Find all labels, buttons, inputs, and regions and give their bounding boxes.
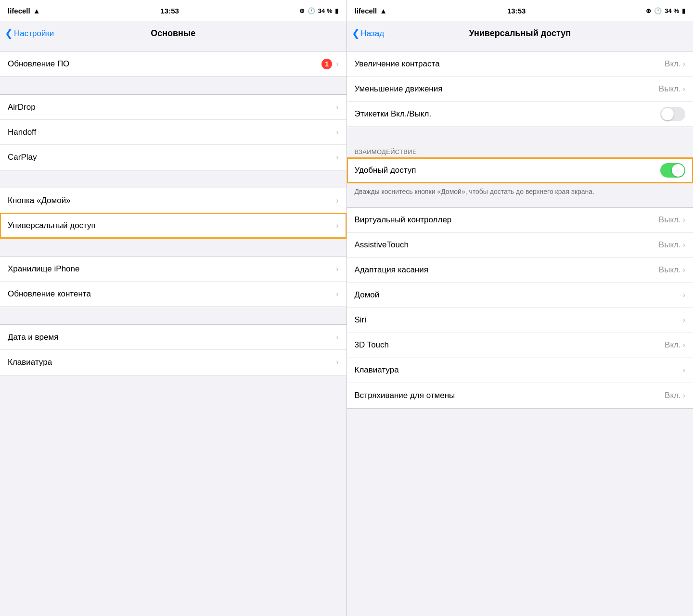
assistive-touch-chevron-icon: › <box>683 241 685 249</box>
reachability-toggle[interactable] <box>660 163 685 178</box>
airdrop-chevron-icon: › <box>336 103 338 112</box>
shake-undo-item[interactable]: Встряхивание для отмены Вкл. › <box>347 383 693 408</box>
datetime-item[interactable]: Дата и время › <box>0 325 346 350</box>
storage-item[interactable]: Хранилище iPhone › <box>0 257 346 282</box>
airdrop-label: AirDrop <box>8 103 336 112</box>
siri-chevron-icon: › <box>683 316 685 324</box>
assistive-touch-value: Выкл. <box>659 240 681 250</box>
virtual-controller-label: Виртуальный контроллер <box>355 215 659 225</box>
shake-undo-label: Встряхивание для отмены <box>355 391 665 400</box>
assistive-touch-item[interactable]: AssistiveTouch Выкл. › <box>347 233 693 258</box>
keyboard-chevron-icon: › <box>336 358 338 367</box>
right-carrier: lifecell <box>355 7 377 15</box>
keyboard-label: Клавиатура <box>8 358 336 367</box>
right-wifi-icon: ▲ <box>380 7 387 15</box>
3d-touch-label: 3D Touch <box>355 340 665 350</box>
content-update-label: Обновление контента <box>8 289 336 299</box>
right-status-right: ⊕ 🕐 34 % ▮ <box>646 7 685 14</box>
group-system: Дата и время › Клавиатура › <box>0 324 346 375</box>
reduce-motion-chevron-icon: › <box>683 85 685 93</box>
siri-item[interactable]: Siri › <box>347 308 693 333</box>
keyboard-right-item[interactable]: Клавиатура › <box>347 358 693 383</box>
increase-contrast-value: Вкл. <box>665 59 681 69</box>
right-status-left: lifecell ▲ <box>355 7 387 15</box>
right-panel: lifecell ▲ 13:53 ⊕ 🕐 34 % ▮ ❮ Назад Унив… <box>347 0 693 616</box>
storage-label: Хранилище iPhone <box>8 264 336 274</box>
right-gap-bottom <box>347 409 693 426</box>
group-hardware: Кнопка «Домой» › Универсальный доступ › <box>0 188 346 239</box>
group-display: Увеличение контраста Вкл. › Уменьшение д… <box>347 51 693 127</box>
3d-touch-value: Вкл. <box>665 340 681 350</box>
left-alarm-icon: 🕐 <box>308 7 315 14</box>
home-right-label: Домой <box>355 290 683 300</box>
shake-undo-value: Вкл. <box>665 391 681 400</box>
right-back-chevron-icon: ❮ <box>352 28 360 38</box>
interaction-section-header: ВЗАИМОДЕЙСТВИЕ <box>347 144 693 157</box>
gap-2 <box>0 77 346 94</box>
group-storage: Хранилище iPhone › Обновление контента › <box>0 256 346 307</box>
left-status-bar: lifecell ▲ 13:53 ⊕ 🕐 34 % ▮ <box>0 0 346 21</box>
right-alarm-icon: 🕐 <box>654 7 662 14</box>
content-update-item[interactable]: Обновление контента › <box>0 282 346 307</box>
virtual-controller-item[interactable]: Виртуальный контроллер Выкл. › <box>347 208 693 233</box>
gap-bottom <box>0 375 346 393</box>
shake-undo-chevron-icon: › <box>683 391 685 400</box>
keyboard-right-label: Клавиатура <box>355 365 683 375</box>
reduce-motion-label: Уменьшение движения <box>355 84 659 94</box>
left-battery: 34 % <box>318 7 333 14</box>
handoff-chevron-icon: › <box>336 128 338 137</box>
left-back-chevron-icon: ❮ <box>5 28 13 38</box>
carplay-item[interactable]: CarPlay › <box>0 145 346 170</box>
left-nav-bar: ❮ Настройки Основные <box>0 21 346 46</box>
reachability-label: Удобный доступ <box>355 166 661 175</box>
left-status-left: lifecell ▲ <box>8 7 40 15</box>
right-back-label: Назад <box>361 29 385 38</box>
home-right-item[interactable]: Домой › <box>347 283 693 308</box>
right-gap-1 <box>347 46 693 51</box>
increase-contrast-item[interactable]: Увеличение контраста Вкл. › <box>347 51 693 77</box>
group-connectivity: AirDrop › Handoff › CarPlay › <box>0 94 346 170</box>
right-gap-3 <box>347 203 693 207</box>
right-time: 13:53 <box>507 7 526 15</box>
labels-toggle[interactable] <box>660 107 685 121</box>
keyboard-item[interactable]: Клавиатура › <box>0 350 346 375</box>
software-update-badge: 1 <box>321 59 332 69</box>
left-settings-list: Обновление ПО 1 › AirDrop › Handoff › Ca… <box>0 46 346 616</box>
right-location-icon: ⊕ <box>646 7 651 14</box>
labels-toggle-thumb <box>661 108 674 120</box>
storage-chevron-icon: › <box>336 265 338 273</box>
reachability-item[interactable]: Удобный доступ <box>347 158 693 183</box>
left-back-label: Настройки <box>14 29 54 38</box>
right-settings-list: Увеличение контраста Вкл. › Уменьшение д… <box>347 46 693 616</box>
accessibility-item[interactable]: Универсальный доступ › <box>0 213 346 238</box>
virtual-controller-chevron-icon: › <box>683 216 685 224</box>
airdrop-item[interactable]: AirDrop › <box>0 95 346 120</box>
home-button-label: Кнопка «Домой» <box>8 196 336 205</box>
assistive-touch-label: AssistiveTouch <box>355 240 659 250</box>
software-update-chevron-icon: › <box>336 60 338 68</box>
3d-touch-item[interactable]: 3D Touch Вкл. › <box>347 333 693 358</box>
right-gap-2 <box>347 127 693 144</box>
labels-item[interactable]: Этикетки Вкл./Выкл. <box>347 102 693 127</box>
left-status-right: ⊕ 🕐 34 % ▮ <box>299 7 339 14</box>
handoff-item[interactable]: Handoff › <box>0 120 346 145</box>
3d-touch-chevron-icon: › <box>683 341 685 349</box>
right-battery-icon: ▮ <box>682 7 685 14</box>
software-update-item[interactable]: Обновление ПО 1 › <box>0 51 346 77</box>
gap-4 <box>0 239 346 256</box>
reduce-motion-item[interactable]: Уменьшение движения Выкл. › <box>347 77 693 102</box>
handoff-label: Handoff <box>8 128 336 137</box>
siri-label: Siri <box>355 315 683 325</box>
right-back-button[interactable]: ❮ Назад <box>352 29 385 38</box>
touch-accommodations-item[interactable]: Адаптация касания Выкл. › <box>347 258 693 283</box>
home-button-item[interactable]: Кнопка «Домой» › <box>0 188 346 213</box>
home-right-chevron-icon: › <box>683 291 685 299</box>
left-wifi-icon: ▲ <box>33 7 40 15</box>
right-nav-bar: ❮ Назад Универсальный доступ <box>347 21 693 46</box>
accessibility-label: Универсальный доступ <box>8 221 336 231</box>
accessibility-chevron-icon: › <box>336 221 338 230</box>
software-update-label: Обновление ПО <box>8 59 321 69</box>
left-back-button[interactable]: ❮ Настройки <box>5 29 54 38</box>
left-time: 13:53 <box>161 7 179 15</box>
left-battery-icon: ▮ <box>335 7 338 14</box>
